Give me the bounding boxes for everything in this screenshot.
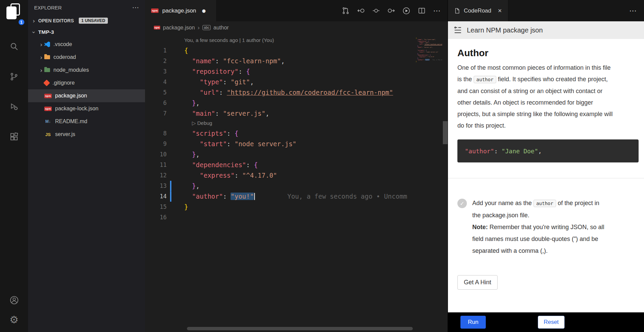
file-item-package-lock.json[interactable]: ›package-lock.json <box>28 102 145 115</box>
breadcrumb-separator-icon: › <box>197 24 200 31</box>
task-item: ✓ Add your name as the author of the pro… <box>457 197 639 257</box>
code-line-8[interactable]: 8 "scripts": { <box>145 128 448 139</box>
line-number: 9 <box>145 139 167 149</box>
task-check-icon: ✓ <box>457 199 467 208</box>
coderoad-footer: Run Reset <box>448 312 644 332</box>
split-editor-icon[interactable] <box>418 7 426 15</box>
file-item-.vscode[interactable]: ›.vscode <box>28 38 145 51</box>
previous-change-icon[interactable] <box>357 7 365 15</box>
file-item-package.json[interactable]: ›package.json <box>28 89 145 102</box>
open-editors-section[interactable]: › OPEN EDITORS 1 UNSAVED <box>28 15 145 26</box>
line-number: 4 <box>145 77 167 87</box>
task-note-text: Remember that you're writing JSON, so al… <box>472 224 604 254</box>
sidebar-header: EXPLORER ⋯ <box>28 0 145 15</box>
codelens-authors[interactable]: You, a few seconds ago | 1 author (You) <box>145 36 448 45</box>
coderoad-panel: CodeRoad ✕ ⋯ Learn NPM package json Auth… <box>448 0 644 332</box>
activity-bar-middle <box>6 24 22 145</box>
open-editors-label: OPEN EDITORS <box>38 18 74 23</box>
line-number: 2 <box>145 56 167 66</box>
coderoad-menu-back-icon[interactable] <box>453 26 462 35</box>
code-line-14[interactable]: 14 "author": "you!"You, a few seconds ag… <box>145 191 448 202</box>
task-text: Add your name as the author of the proje… <box>472 197 608 257</box>
js-icon <box>44 131 52 137</box>
extensions-icon[interactable] <box>6 129 22 145</box>
code-key: "author" <box>465 148 494 155</box>
minimap-line: "author": "you!"You, a few seconds ago •… <box>416 59 442 61</box>
next-change-icon[interactable] <box>387 7 395 15</box>
line-number: 12 <box>145 170 167 181</box>
line-number: 7 <box>145 108 167 119</box>
npm-icon <box>151 8 159 13</box>
line-number: 14 <box>145 191 167 202</box>
file-item-node_modules[interactable]: ›node_modules <box>28 64 145 76</box>
unsaved-dot-icon[interactable]: ● <box>202 8 206 13</box>
close-icon[interactable]: ✕ <box>498 8 502 14</box>
task-text-part: Add your name as the <box>472 200 532 206</box>
file-item-server.js[interactable]: ›server.js <box>28 128 145 141</box>
code-line-13[interactable]: 13 }, <box>145 181 448 191</box>
activity-explorer-button[interactable]: 1 <box>5 3 24 24</box>
file-item-README.md[interactable]: ›README.md <box>28 115 145 128</box>
breadcrumb-symbol[interactable]: author <box>213 25 229 31</box>
task-note-label: Note: <box>472 224 488 230</box>
code-line-5[interactable]: 5 "url": "https://github.com/coderoad/fc… <box>145 87 448 98</box>
code-line-6[interactable]: 6 }, <box>145 98 448 108</box>
more-actions-icon[interactable]: ⋯ <box>433 7 441 15</box>
code-lines: You, a few seconds ago | 1 author (You)1… <box>145 34 448 223</box>
settings-gear-icon[interactable]: ⚙ <box>6 312 22 328</box>
text-cursor <box>254 193 255 200</box>
compare-changes-icon[interactable] <box>341 7 350 15</box>
search-icon[interactable] <box>6 38 22 54</box>
file-item-coderoad[interactable]: ›coderoad <box>28 51 145 64</box>
lesson-heading: Author <box>457 48 639 59</box>
open-changes-icon[interactable] <box>372 7 380 15</box>
code-line-9[interactable]: 9 "start": "node server.js" <box>145 139 448 149</box>
code-line-7[interactable]: 7 "main": "server.js", <box>145 108 448 119</box>
run-file-icon[interactable] <box>402 7 410 15</box>
explorer-more-actions-icon[interactable]: ⋯ <box>132 3 139 12</box>
folder-green-icon <box>44 68 50 72</box>
symbol-string-icon: abc <box>202 25 211 30</box>
breadcrumb[interactable]: package.json › abc author <box>145 21 448 34</box>
chevron-down-icon: › <box>30 29 38 35</box>
run-debug-icon[interactable] <box>6 98 22 115</box>
horizontal-scrollbar[interactable] <box>187 327 413 330</box>
paragraph-text: field. It specifies who created the proj… <box>457 76 613 129</box>
unsaved-count-badge: 1 UNSAVED <box>79 18 108 24</box>
inline-code-chip: author <box>474 76 496 83</box>
get-a-hint-button[interactable]: Get A Hint <box>457 275 498 290</box>
code-line-2[interactable]: 2 "name": "fcc-learn-npm", <box>145 56 448 66</box>
accounts-icon[interactable] <box>6 292 22 308</box>
reset-button[interactable]: Reset <box>538 316 564 329</box>
inline-code-chip: author <box>533 200 556 207</box>
line-number: 1 <box>145 45 167 56</box>
activity-bar: 1 ⚙ <box>0 0 28 332</box>
code-line-16[interactable]: 16 <box>145 212 448 223</box>
file-label: .vscode <box>53 41 72 47</box>
code-value: "Jane Doe" <box>501 148 538 155</box>
activity-bar-bottom: ⚙ <box>6 292 22 332</box>
code-line-3[interactable]: 3 "repository": { <box>145 66 448 77</box>
npm-icon <box>154 26 160 29</box>
file-item-.gitignore[interactable]: ›.gitignore <box>28 76 145 89</box>
minimap[interactable]: { "name": "fcc-learn-npm", "repository":… <box>416 36 442 64</box>
breadcrumb-file[interactable]: package.json <box>163 25 195 31</box>
tab-coderoad[interactable]: CodeRoad ✕ <box>448 0 508 21</box>
file-label: coderoad <box>53 54 76 60</box>
code-editor[interactable]: You, a few seconds ago | 1 author (You)1… <box>145 34 448 332</box>
code-line-4[interactable]: 4 "type": "git", <box>145 77 448 87</box>
code-line-12[interactable]: 12 "express": "^4.17.0" <box>145 170 448 181</box>
panel-more-actions-icon[interactable]: ⋯ <box>629 6 644 15</box>
tab-package-json[interactable]: package.json ● <box>145 0 217 21</box>
codelens-debug[interactable]: ▷ Debug <box>145 119 448 128</box>
code-line-15[interactable]: 15} <box>145 202 448 212</box>
code-line-1[interactable]: 1{ <box>145 45 448 56</box>
run-button[interactable]: Run <box>460 316 486 329</box>
code-line-11[interactable]: 11 "dependencies": { <box>145 160 448 170</box>
line-number: 16 <box>145 212 167 223</box>
code-line-10[interactable]: 10 }, <box>145 149 448 160</box>
workspace-root[interactable]: › TMP-3 <box>28 26 145 38</box>
explorer-files-icon <box>6 3 22 20</box>
source-control-icon[interactable] <box>6 68 22 85</box>
vertical-scrollbar[interactable] <box>443 121 448 144</box>
